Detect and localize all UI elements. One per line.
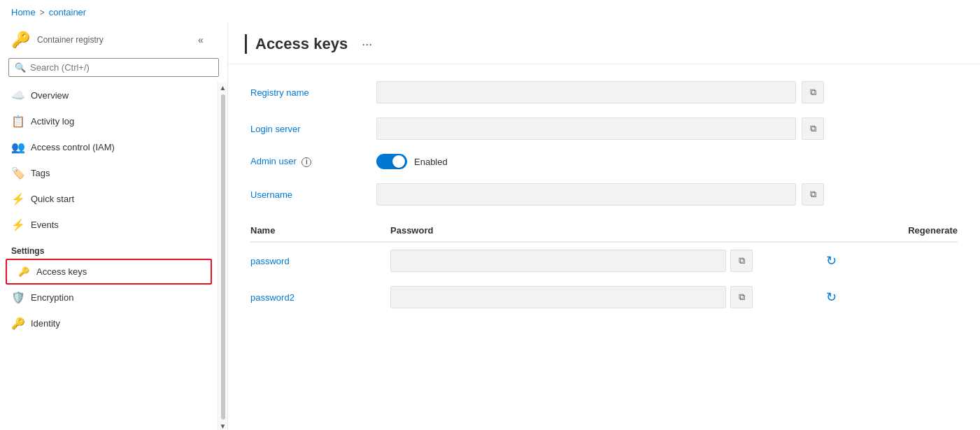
table-row: password2 ⧉ ↻ xyxy=(250,279,958,315)
sidebar-header: 🔑 Container registry « xyxy=(0,22,227,55)
sidebar-item-access-control-label: Access control (IAM) xyxy=(31,142,115,152)
access-keys-icon: 🔑 xyxy=(18,266,29,277)
breadcrumb: Home > container xyxy=(0,0,980,22)
username-copy-button[interactable]: ⧉ xyxy=(802,183,824,206)
sidebar-item-identity[interactable]: 🔑 Identity xyxy=(0,310,218,336)
login-server-copy-button[interactable]: ⧉ xyxy=(802,117,824,140)
page-header: Access keys ··· xyxy=(228,22,980,64)
container-registry-icon: 🔑 xyxy=(11,31,30,49)
sidebar: 🔑 Container registry « 🔍 ☁️ Overview � xyxy=(0,22,228,430)
sidebar-item-encryption[interactable]: 🛡️ Encryption xyxy=(0,285,218,310)
sidebar-item-activity-log-label: Activity log xyxy=(31,116,74,127)
sidebar-item-activity-log[interactable]: 📋 Activity log xyxy=(0,108,218,134)
admin-user-toggle-wrap: Enabled xyxy=(376,154,448,169)
scroll-down-arrow[interactable]: ▼ xyxy=(220,422,227,430)
breadcrumb-home[interactable]: Home xyxy=(11,7,36,17)
identity-icon: 🔑 xyxy=(11,317,24,330)
main-content: Access keys ··· Registry name ⧉ Login se… xyxy=(228,22,980,430)
breadcrumb-separator: > xyxy=(40,8,45,17)
sidebar-nav: ☁️ Overview 📋 Activity log 👥 Access cont… xyxy=(0,83,218,430)
sidebar-search-box[interactable]: 🔍 xyxy=(8,58,219,77)
password2-regenerate-button[interactable]: ↻ xyxy=(821,287,841,307)
registry-name-field: ⧉ xyxy=(376,81,824,103)
sidebar-item-access-control[interactable]: 👥 Access control (IAM) xyxy=(0,134,218,160)
login-server-label: Login server xyxy=(250,124,376,134)
settings-section-label: Settings xyxy=(0,238,218,259)
password-table-header: Name Password Regenerate xyxy=(250,220,958,242)
overview-icon: ☁️ xyxy=(11,89,24,102)
password1-input[interactable] xyxy=(390,250,726,272)
password2-name: password2 xyxy=(250,279,390,315)
admin-user-toggle[interactable] xyxy=(376,154,407,169)
password2-input-row: ⧉ xyxy=(390,286,821,308)
activity-log-icon: 📋 xyxy=(11,115,24,128)
admin-user-info-icon[interactable]: i xyxy=(301,157,311,167)
username-input[interactable] xyxy=(376,183,796,206)
password1-input-row: ⧉ xyxy=(390,250,821,272)
sidebar-search-container: 🔍 xyxy=(0,55,227,83)
toggle-knob xyxy=(392,155,405,168)
password2-copy-button[interactable]: ⧉ xyxy=(730,286,753,308)
col-name-header: Name xyxy=(250,220,390,242)
password1-regenerate-button[interactable]: ↻ xyxy=(821,251,841,271)
login-server-row: Login server ⧉ xyxy=(250,117,958,140)
login-server-input[interactable] xyxy=(376,117,796,140)
sidebar-item-quick-start-label: Quick start xyxy=(31,194,74,204)
username-label: Username xyxy=(250,189,376,200)
more-options-button[interactable]: ··· xyxy=(362,37,372,52)
content-area: Registry name ⧉ Login server ⧉ Admin use… xyxy=(228,64,980,332)
password1-regenerate-cell: ↻ xyxy=(821,242,958,279)
password2-regenerate-cell: ↻ xyxy=(821,279,958,315)
search-input[interactable] xyxy=(30,62,213,73)
quick-start-icon: ⚡ xyxy=(11,192,24,206)
search-icon: 🔍 xyxy=(15,62,26,73)
page-title: Access keys xyxy=(255,35,348,53)
username-field: ⧉ xyxy=(376,183,824,206)
password1-name: password xyxy=(250,242,390,279)
sidebar-item-overview[interactable]: ☁️ Overview xyxy=(0,83,218,108)
sidebar-item-identity-label: Identity xyxy=(31,318,60,329)
scroll-up-arrow[interactable]: ▲ xyxy=(220,84,227,92)
events-icon: ⚡ xyxy=(11,218,24,231)
admin-user-row: Admin user i Enabled xyxy=(250,154,958,169)
tags-icon: 🏷️ xyxy=(11,166,24,180)
sidebar-item-access-keys[interactable]: 🔑 Access keys xyxy=(6,259,212,285)
sidebar-item-quick-start[interactable]: ⚡ Quick start xyxy=(0,186,218,212)
registry-name-input[interactable] xyxy=(376,81,796,103)
sidebar-item-events[interactable]: ⚡ Events xyxy=(0,212,218,238)
col-regenerate-header: Regenerate xyxy=(821,220,958,242)
password2-input[interactable] xyxy=(390,286,726,308)
password1-cell: ⧉ xyxy=(390,242,821,279)
sidebar-item-tags-label: Tags xyxy=(31,168,50,178)
sidebar-item-encryption-label: Encryption xyxy=(31,292,73,303)
password-table: Name Password Regenerate password ⧉ xyxy=(250,220,958,315)
sidebar-collapse-button[interactable]: « xyxy=(191,30,211,50)
admin-user-label: Admin user i xyxy=(250,156,376,167)
admin-user-enabled-label: Enabled xyxy=(414,157,448,167)
password1-copy-button[interactable]: ⧉ xyxy=(730,250,753,272)
registry-name-label: Registry name xyxy=(250,87,376,98)
registry-name-row: Registry name ⧉ xyxy=(250,81,958,103)
sidebar-item-tags[interactable]: 🏷️ Tags xyxy=(0,160,218,186)
table-row: password ⧉ ↻ xyxy=(250,242,958,279)
col-password-header: Password xyxy=(390,220,821,242)
access-control-icon: 👥 xyxy=(11,141,24,154)
password2-cell: ⧉ xyxy=(390,279,821,315)
page-header-bar xyxy=(245,34,247,54)
username-row: Username ⧉ xyxy=(250,183,958,206)
sidebar-item-overview-label: Overview xyxy=(31,90,69,101)
sidebar-item-access-keys-label: Access keys xyxy=(36,266,87,277)
login-server-field: ⧉ xyxy=(376,117,824,140)
sidebar-item-events-label: Events xyxy=(31,220,59,230)
registry-name-copy-button[interactable]: ⧉ xyxy=(802,81,824,103)
admin-user-toggle-area: Enabled xyxy=(376,154,824,169)
sidebar-nav-area: ☁️ Overview 📋 Activity log 👥 Access cont… xyxy=(0,83,227,430)
encryption-icon: 🛡️ xyxy=(11,291,24,304)
sidebar-header-title: Container registry xyxy=(37,35,104,45)
sidebar-scrollbar: ▲ ▼ xyxy=(218,83,227,430)
breadcrumb-current[interactable]: container xyxy=(49,7,86,17)
